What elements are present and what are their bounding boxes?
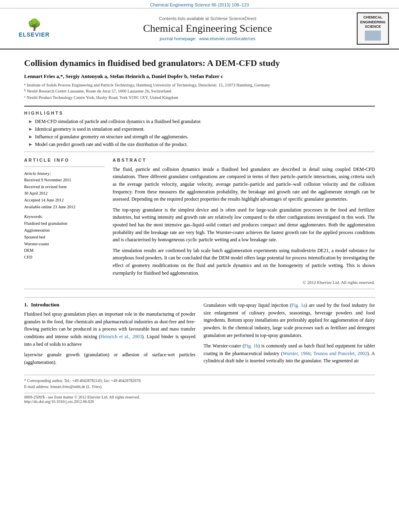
divider-after-affiliations bbox=[24, 106, 375, 107]
journal-title: Chemical Engineering Science bbox=[60, 23, 355, 35]
copyright-line: © 2012 Elsevier Ltd. All rights reserved… bbox=[113, 280, 375, 285]
history-label: Article history: bbox=[24, 171, 105, 176]
doi-line: http://dx.doi.org/10.1016/j.ces.2012.06.… bbox=[24, 399, 375, 404]
highlights-list: ► DEM-CFD simulation of particle and col… bbox=[28, 119, 375, 148]
keyword-5: DEM bbox=[24, 247, 105, 254]
elsevier-logo-section: 🌳 ELSEVIER bbox=[8, 16, 60, 41]
keyword-2: Agglomeration bbox=[24, 227, 105, 234]
journal-citation-bar: Chemical Engineering Science 86 (2013) 1… bbox=[0, 0, 399, 8]
elsevier-brand-text: ELSEVIER bbox=[19, 31, 49, 38]
history-item-2: Received in revised form bbox=[24, 184, 105, 190]
keywords-section: Keywords: Fluidised bed granulation Aggl… bbox=[24, 214, 105, 261]
ref-fig1b[interactable]: Fig. 1b bbox=[244, 343, 258, 349]
article-info-label: ARTICLE INFO bbox=[24, 158, 105, 162]
abstract-para-2: The top-spray granulator is the simplest… bbox=[113, 206, 375, 244]
journal-badge-section: CHEMICAL ENGINEERING SCIENCE bbox=[355, 12, 391, 45]
highlights-label: HIGHLIGHTS bbox=[24, 111, 375, 115]
sciverse-line: Contents lists available at SciVerse Sci… bbox=[60, 16, 355, 21]
highlight-item-3: ► Influence of granulator geometry on st… bbox=[28, 134, 375, 140]
intro-heading: 1. Introduction bbox=[24, 302, 195, 308]
journal-header: 🌳 ELSEVIER Contents lists available at S… bbox=[0, 8, 399, 49]
ref-fig1a[interactable]: Fig. 1a bbox=[292, 302, 306, 308]
ref-heinrich[interactable]: Heinrich et al., 2003 bbox=[101, 334, 142, 339]
body-section: 1. Introduction Fluidised bed spray gran… bbox=[24, 297, 375, 369]
highlight-text-1: DEM-CFD simulation of particle and colli… bbox=[35, 119, 202, 125]
badge-graphic bbox=[365, 31, 381, 41]
keyword-3: Spouted bed bbox=[24, 234, 105, 240]
affiliation-c: c Nestlé Product Technology Centre York,… bbox=[24, 94, 375, 101]
section-number: 1. bbox=[24, 302, 28, 308]
footnotes: * Corresponding author. Tel.: +49 404287… bbox=[24, 375, 375, 390]
corresponding-author: * Corresponding author. Tel.: +49 404287… bbox=[24, 378, 375, 384]
abstract-column: ABSTRACT The fluid, particle and collisi… bbox=[113, 158, 375, 285]
journal-badge: CHEMICAL ENGINEERING SCIENCE bbox=[357, 12, 389, 45]
journal-citation: Chemical Engineering Science 86 (2013) 1… bbox=[150, 2, 249, 7]
elsevier-logo: 🌳 ELSEVIER bbox=[12, 16, 56, 41]
journal-homepage-label: journal homepage: bbox=[160, 36, 196, 41]
intro-body-left: Fluidised bed spray granulation plays an… bbox=[24, 310, 195, 366]
bullet-arrow-4: ► bbox=[28, 142, 33, 148]
affiliation-b: b Nestlé Research Center Lausanne, Route… bbox=[24, 88, 375, 94]
issn-line: 0009-2509/$ - see front matter © 2012 El… bbox=[24, 395, 375, 399]
abstract-text: The fluid, particle and collision dynami… bbox=[113, 166, 375, 277]
intro-para-4: The Wurster-coater (Fig. 1b) is commonly… bbox=[204, 342, 375, 365]
history-item-3: 30 April 2012 bbox=[24, 191, 105, 197]
highlight-item-1: ► DEM-CFD simulation of particle and col… bbox=[28, 119, 375, 125]
highlight-text-2: Identical geometry is used in simulation… bbox=[35, 126, 145, 132]
affiliation-c-text: Nestlé Product Technology Centre York, H… bbox=[27, 94, 178, 101]
history-item-1: Received 9 November 2011 bbox=[24, 177, 105, 183]
highlights-section: HIGHLIGHTS ► DEM-CFD simulation of parti… bbox=[24, 111, 375, 148]
section-title: Introduction bbox=[31, 302, 60, 308]
divider-article-info bbox=[24, 166, 105, 167]
journal-homepage-line: journal homepage: www.elsevier.com/locat… bbox=[60, 36, 355, 41]
highlight-item-2: ► Identical geometry is used in simulati… bbox=[28, 126, 375, 132]
intro-para-1: Fluidised bed spray granulation plays an… bbox=[24, 310, 195, 348]
keyword-1: Fluidised bed granulation bbox=[24, 220, 105, 227]
affiliation-a-text: Institute of Solids Process Engineering … bbox=[27, 82, 270, 88]
footer-bar: 0009-2509/$ - see front matter © 2012 El… bbox=[24, 393, 375, 404]
intro-body-right: Granulators with top-spray liquid inject… bbox=[204, 302, 375, 365]
bullet-arrow-1: ► bbox=[28, 119, 33, 125]
affiliations: a Institute of Solids Process Engineerin… bbox=[24, 82, 375, 101]
keywords-label: Keywords: bbox=[24, 214, 105, 219]
history-item-4: Accepted 14 June 2012 bbox=[24, 197, 105, 203]
divider-before-body bbox=[24, 289, 375, 289]
article-info-column: ARTICLE INFO Article history: Received 9… bbox=[24, 158, 105, 285]
authors: Lennart Fries a,*, Sergiy Antonyuk a, St… bbox=[24, 73, 223, 79]
journal-title-center: Contents lists available at SciVerse Sci… bbox=[60, 16, 355, 41]
highlight-item-4: ► Model can predict growth rate and widt… bbox=[28, 142, 375, 148]
intro-para-3: Granulators with top-spray liquid inject… bbox=[204, 302, 375, 339]
affiliation-a: a Institute of Solids Process Engineerin… bbox=[24, 82, 375, 88]
keyword-6: CFD bbox=[24, 254, 105, 261]
authors-line: Lennart Fries a,*, Sergiy Antonyuk a, St… bbox=[24, 73, 375, 80]
history-item-5: Available online 23 June 2012 bbox=[24, 204, 105, 210]
abstract-para-1: The fluid, particle and collision dynami… bbox=[113, 166, 375, 203]
affiliation-b-text: Nestlé Research Center Lausanne, Route d… bbox=[27, 88, 171, 94]
body-col-left: 1. Introduction Fluidised bed spray gran… bbox=[24, 302, 195, 369]
body-col-right: Granulators with top-spray liquid inject… bbox=[204, 302, 375, 369]
keyword-4: Wurster-coater bbox=[24, 241, 105, 247]
paper-title: Collision dynamics in fluidised bed gran… bbox=[24, 58, 375, 69]
bullet-arrow-3: ► bbox=[28, 134, 33, 140]
intro-para-2: layerwise granule growth (granulation) o… bbox=[24, 351, 195, 366]
abstract-para-3: The simulation results are confirmed by … bbox=[113, 247, 375, 277]
email-address: E-mail address: lennart.fries@tuhh.de (L… bbox=[24, 384, 375, 390]
highlight-text-3: Influence of granulator geometry on stru… bbox=[35, 134, 189, 140]
journal-homepage-url[interactable]: www.elsevier.com/locate/ces bbox=[199, 36, 255, 41]
ref-wurster[interactable]: Wurster, 1966 bbox=[283, 351, 311, 356]
paper-content: Collision dynamics in fluidised bed gran… bbox=[0, 49, 399, 412]
bullet-arrow-2: ► bbox=[28, 126, 33, 132]
elsevier-tree-icon: 🌳 bbox=[27, 19, 41, 31]
divider-after-highlights bbox=[24, 152, 375, 152]
abstract-label: ABSTRACT bbox=[113, 158, 375, 162]
ref-teunou[interactable]: Teunou and Poncelet, 2002 bbox=[313, 351, 367, 356]
highlight-text-4: Model can predict growth rate and width … bbox=[35, 142, 188, 148]
article-info-abstract-section: ARTICLE INFO Article history: Received 9… bbox=[24, 158, 375, 285]
